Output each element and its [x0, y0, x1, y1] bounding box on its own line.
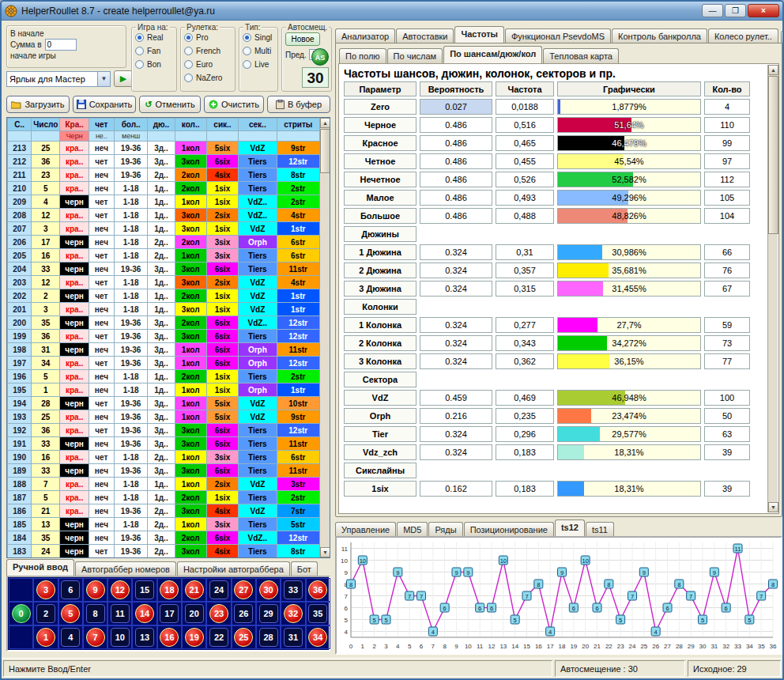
- header-cell[interactable]: [148, 131, 175, 142]
- history-row[interactable]: 2073кра..неч1-181д..3кол1sixVdZ1str: [8, 222, 320, 236]
- board-cell-29[interactable]: 29: [256, 602, 281, 625]
- history-row[interactable]: 19325кра..неч19-363д..1кол5sixVdZ9str: [8, 410, 320, 424]
- board-cell-19[interactable]: 19: [182, 625, 206, 649]
- header-cell[interactable]: Кра..: [60, 119, 89, 131]
- history-row[interactable]: 20035черннеч19-363д..2кол6sixVdZ..12str: [8, 316, 320, 330]
- board-cell-3[interactable]: 3: [33, 578, 58, 602]
- tab-freq-2[interactable]: По числам: [387, 48, 443, 63]
- tab-analysis-5[interactable]: Контроль банкролла: [612, 28, 707, 43]
- board-cell-18[interactable]: 18: [157, 578, 182, 602]
- history-row[interactable]: 19734кра..чет19-363д..1кол6sixOrph12str: [8, 357, 320, 370]
- number-chip-0[interactable]: 0: [12, 604, 31, 623]
- board-cell-14[interactable]: 14: [132, 602, 156, 625]
- number-chip-2[interactable]: 2: [36, 604, 55, 623]
- number-chip-25[interactable]: 25: [234, 628, 253, 647]
- scroll-up-icon[interactable]: ▲: [768, 65, 778, 75]
- board-cell-6[interactable]: 6: [58, 578, 83, 602]
- freq-param[interactable]: Сектора: [344, 372, 416, 387]
- number-chip-12[interactable]: 12: [111, 580, 130, 599]
- board-cell-12[interactable]: 12: [107, 578, 132, 602]
- history-row[interactable]: 20312кра..чет1-181д..3кол2sixVdZ4str: [8, 276, 320, 289]
- number-chip-35[interactable]: 35: [308, 604, 327, 623]
- history-row[interactable]: 2022чернчет1-181д..2кол1sixVdZ1str: [8, 289, 320, 303]
- number-chip-23[interactable]: 23: [209, 604, 228, 623]
- history-row[interactable]: 1951кра..неч1-181д..1кол1sixOrph1str: [8, 383, 320, 397]
- radio-euro[interactable]: Euro: [184, 59, 232, 70]
- freq-param[interactable]: Дюжины: [344, 226, 416, 242]
- tab-analysis-6[interactable]: Колесо рулет..: [708, 28, 778, 43]
- tab-analysis-2[interactable]: Автоставки: [396, 28, 454, 43]
- board-cell-25[interactable]: 25: [232, 625, 256, 649]
- freq-probability[interactable]: 0.324: [420, 263, 492, 278]
- radio-dot[interactable]: [135, 47, 144, 55]
- tab-freq-4[interactable]: Тепловая карта: [543, 48, 619, 63]
- scroll-down-icon[interactable]: ▼: [320, 547, 330, 557]
- freq-param[interactable]: Большое: [344, 208, 416, 224]
- freq-param[interactable]: 2 Колонка: [344, 335, 416, 351]
- as-button[interactable]: AS: [311, 48, 329, 66]
- history-row[interactable]: 2013кра..неч1-181д..3кол1sixVdZ1str: [8, 303, 320, 316]
- board-cell-21[interactable]: 21: [182, 578, 206, 602]
- number-chip-30[interactable]: 30: [259, 580, 278, 599]
- radio-dot[interactable]: [184, 47, 193, 55]
- board-cell-13[interactable]: 13: [132, 625, 156, 649]
- radio-bon[interactable]: Bon: [135, 59, 173, 70]
- history-row[interactable]: 1965кра..неч1-181д..2кол1sixTiers2str: [8, 370, 320, 383]
- freq-param[interactable]: Zero: [344, 99, 416, 115]
- board-cell-23[interactable]: 23: [206, 602, 231, 625]
- number-chip-1[interactable]: 1: [36, 628, 55, 647]
- freq-probability[interactable]: 0.324: [420, 444, 492, 460]
- scroll-down-icon[interactable]: ▼: [768, 502, 778, 512]
- number-chip-33[interactable]: 33: [284, 580, 303, 599]
- history-row[interactable]: 18513черннеч1-182д..1кол3sixTiers5str: [8, 518, 320, 531]
- freq-param[interactable]: Нечетное: [344, 172, 416, 187]
- number-chip-4[interactable]: 4: [61, 628, 80, 647]
- radio-dot[interactable]: [184, 60, 193, 69]
- new-shift-button[interactable]: Новое: [285, 32, 320, 46]
- history-row[interactable]: 19236кра..чет19-363д..3кол6sixTiers12str: [8, 424, 320, 437]
- close-button[interactable]: ×: [748, 4, 779, 17]
- freq-probability[interactable]: 0.324: [420, 244, 492, 260]
- tab-analysis-1[interactable]: Анализатор: [335, 28, 395, 43]
- board-cell-31[interactable]: 31: [281, 625, 305, 649]
- freq-probability[interactable]: 0.486: [420, 135, 492, 151]
- radio-dot[interactable]: [135, 33, 144, 42]
- tab-freq-1[interactable]: По полю: [339, 48, 386, 63]
- header-cell[interactable]: менш: [114, 131, 147, 142]
- board-cell-22[interactable]: 22: [206, 625, 231, 649]
- board-cell-zero[interactable]: 0: [9, 602, 33, 625]
- history-row[interactable]: 20812кра..чет1-181д..3кол2sixVdZ..4str: [8, 209, 320, 222]
- board-cell-10[interactable]: 10: [107, 625, 132, 649]
- tab-input-2[interactable]: Автограббер номеров: [75, 561, 176, 576]
- board-cell-36[interactable]: 36: [306, 578, 330, 602]
- clear-button[interactable]: Очистить: [204, 96, 264, 113]
- header-cell[interactable]: С..: [8, 119, 32, 131]
- scroll-up-icon[interactable]: ▲: [320, 118, 330, 128]
- tab-chart-6[interactable]: ts11: [586, 522, 614, 537]
- number-chip-9[interactable]: 9: [86, 580, 105, 599]
- start-sum-input[interactable]: [45, 39, 77, 51]
- radio-dot[interactable]: [184, 33, 193, 42]
- number-chip-11[interactable]: 11: [111, 604, 130, 623]
- freq-param[interactable]: VdZ: [344, 390, 416, 406]
- number-chip-29[interactable]: 29: [259, 604, 278, 623]
- board-cell-7[interactable]: 7: [83, 625, 107, 649]
- header-cell[interactable]: [175, 131, 206, 142]
- save-button[interactable]: Сохранить: [73, 96, 136, 113]
- radio-dot[interactable]: [243, 47, 251, 55]
- history-row[interactable]: 21325кра..неч19-363д..1кол5sixVdZ9str: [8, 142, 320, 155]
- freq-param[interactable]: 1 Дюжина: [344, 244, 416, 260]
- history-row[interactable]: 2094чернчет1-181д..1кол1sixVdZ..2str: [8, 195, 320, 209]
- tab-input-3[interactable]: Настройки автограббера: [177, 561, 290, 576]
- history-row[interactable]: 19428чернчет19-363д..1кол5sixVdZ10str: [8, 397, 320, 410]
- radio-pro[interactable]: Pro: [184, 32, 232, 43]
- number-chip-10[interactable]: 10: [111, 628, 130, 647]
- freq-probability[interactable]: 0.162: [420, 481, 492, 497]
- header-cell[interactable]: дю..: [148, 119, 175, 131]
- board-cell-4[interactable]: 4: [58, 625, 83, 649]
- radio-singl[interactable]: Singl: [243, 32, 274, 43]
- radio-real[interactable]: Real: [135, 32, 173, 43]
- number-chip-19[interactable]: 19: [185, 628, 204, 647]
- board-cell-26[interactable]: 26: [232, 602, 256, 625]
- number-chip-7[interactable]: 7: [86, 628, 105, 647]
